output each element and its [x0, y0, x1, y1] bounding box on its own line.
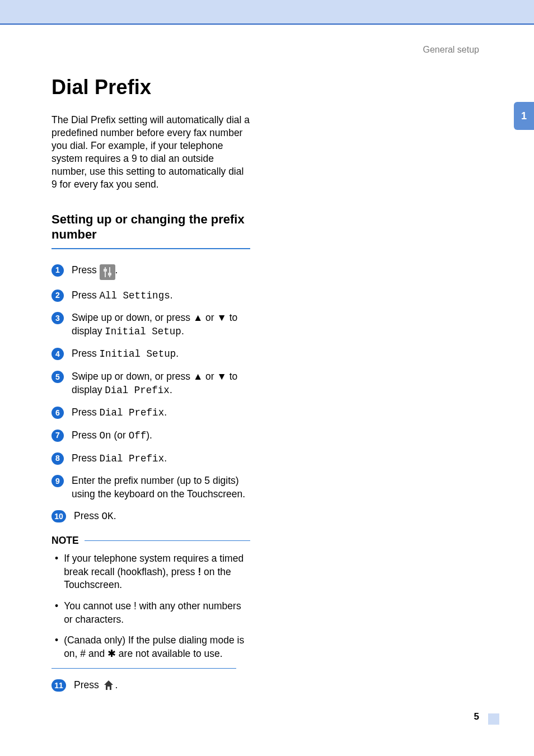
page-title: Dial Prefix	[51, 76, 250, 99]
home-icon	[102, 679, 115, 691]
ui-label: All Settings	[100, 290, 170, 301]
page-number: 5	[474, 711, 479, 722]
text: .	[114, 510, 116, 521]
step-7: 7 Press On (or Off).	[51, 429, 250, 443]
down-arrow-icon: ▼	[217, 312, 227, 323]
section-header: General setup	[423, 45, 479, 55]
step-body: Press .	[74, 679, 250, 692]
step-3: 3 Swipe up or down, or press ▲ or ▼ to d…	[51, 311, 250, 338]
text: or	[203, 371, 217, 382]
ui-label: Off	[129, 430, 147, 441]
text: or	[203, 312, 217, 323]
text: Press	[72, 430, 100, 441]
step-10: 10 Press OK.	[51, 510, 250, 524]
ui-label: Dial Prefix	[100, 407, 165, 418]
text: .	[181, 325, 184, 337]
text: .	[115, 264, 118, 276]
text: .	[170, 290, 173, 301]
steps-list-continued: 11 Press .	[51, 679, 250, 692]
step-body: Press OK.	[74, 510, 250, 524]
step-badge: 6	[51, 407, 64, 419]
text: Press	[74, 510, 102, 521]
subheading: Setting up or changing the prefix number	[51, 212, 250, 242]
step-11: 11 Press .	[51, 679, 250, 692]
step-1: 1 Press .	[51, 264, 250, 280]
text: .	[164, 452, 167, 464]
step-badge: 11	[51, 679, 66, 692]
step-body: Swipe up or down, or press ▲ or ▼ to dis…	[72, 370, 250, 397]
note-item: • (Canada only) If the pulse dialing mod…	[55, 634, 250, 660]
step-body: Press On (or Off).	[72, 429, 250, 443]
note-text: (Canada only) If the pulse dialing mode …	[64, 634, 250, 660]
note-rule	[85, 540, 250, 542]
chapter-tab: 1	[514, 102, 534, 130]
step-body: Enter the prefix number (up to 5 digits)…	[72, 474, 250, 501]
step-badge: 4	[51, 348, 64, 360]
intro-paragraph: The Dial Prefix setting will automatical…	[51, 114, 250, 192]
step-badge: 10	[51, 510, 66, 522]
note-heading: NOTE	[51, 535, 250, 547]
text: Press	[72, 348, 100, 359]
svg-marker-0	[104, 680, 113, 690]
note-text: You cannot use ! with any other numbers …	[64, 600, 250, 626]
text: .	[176, 348, 179, 359]
text: ).	[146, 430, 152, 441]
step-8: 8 Press Dial Prefix.	[51, 452, 250, 466]
step-badge: 5	[51, 371, 64, 383]
text: Press	[72, 452, 100, 464]
step-4: 4 Press Initial Setup.	[51, 347, 250, 361]
step-body: Press Initial Setup.	[72, 347, 250, 361]
ui-label: Dial Prefix	[105, 385, 170, 396]
step-body: Press Dial Prefix.	[72, 452, 250, 466]
page: General setup 1 Dial Prefix The Dial Pre…	[0, 0, 534, 756]
settings-icon	[100, 264, 115, 280]
note-label: NOTE	[51, 535, 79, 547]
note-text: If your telephone system requires a time…	[64, 552, 250, 592]
up-arrow-icon: ▲	[193, 312, 203, 323]
step-body: Swipe up or down, or press ▲ or ▼ to dis…	[72, 311, 250, 338]
step-body: Press All Settings.	[72, 289, 250, 303]
text: Press	[72, 407, 100, 418]
top-bar	[0, 0, 534, 24]
step-badge: 3	[51, 312, 64, 324]
content-column: Dial Prefix The Dial Prefix setting will…	[51, 76, 250, 701]
text: Press	[74, 679, 102, 690]
bullet-icon: •	[55, 634, 58, 660]
steps-list: 1 Press . 2 Press All Settings. 3 Swipe …	[51, 264, 250, 524]
ui-label: Initial Setup	[100, 348, 176, 360]
text: .	[164, 407, 167, 418]
step-body: Press Dial Prefix.	[72, 406, 250, 420]
step-5: 5 Swipe up or down, or press ▲ or ▼ to d…	[51, 370, 250, 397]
text: .	[170, 384, 172, 395]
step-badge: 1	[51, 264, 64, 277]
subheading-rule	[51, 248, 250, 249]
ui-label: On	[100, 430, 111, 441]
footer-accent	[488, 713, 499, 725]
step-body: Press .	[72, 264, 250, 280]
step-6: 6 Press Dial Prefix.	[51, 406, 250, 420]
ui-label: OK	[102, 511, 114, 522]
text: Swipe up or down, or press	[72, 312, 193, 323]
ui-label: Dial Prefix	[100, 453, 165, 464]
step-badge: 2	[51, 290, 64, 302]
step-2: 2 Press All Settings.	[51, 289, 250, 303]
text: (or	[111, 430, 129, 441]
step-badge: 8	[51, 452, 64, 465]
note-end-rule	[51, 668, 236, 669]
step-9: 9 Enter the prefix number (up to 5 digit…	[51, 474, 250, 501]
text: Press	[72, 264, 100, 276]
ui-label: Initial Setup	[105, 326, 181, 337]
note-item: • You cannot use ! with any other number…	[55, 600, 250, 626]
text: .	[115, 679, 118, 690]
step-badge: 7	[51, 430, 64, 442]
note-item: • If your telephone system requires a ti…	[55, 552, 250, 592]
top-rule	[0, 24, 534, 25]
bullet-icon: •	[55, 552, 58, 592]
notes-list: • If your telephone system requires a ti…	[51, 552, 250, 660]
bullet-icon: •	[55, 600, 58, 626]
step-badge: 9	[51, 475, 64, 487]
up-arrow-icon: ▲	[193, 371, 203, 382]
text: Swipe up or down, or press	[72, 371, 193, 382]
text: Press	[72, 290, 100, 301]
sliders-glyph	[103, 267, 112, 277]
